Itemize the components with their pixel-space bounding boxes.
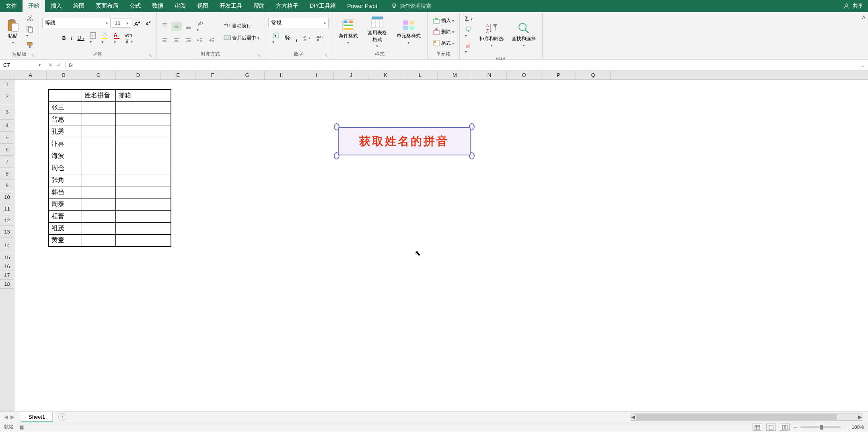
align-middle-button[interactable] bbox=[171, 22, 182, 31]
table-cell[interactable] bbox=[115, 198, 171, 210]
cells-area[interactable]: 姓名拼音 邮箱 张三普惠孔秀汴喜海波周仓张角韩当周泰程普祖茂黄盖 获取姓名的拼音… bbox=[14, 80, 868, 411]
column-header[interactable]: H bbox=[265, 71, 299, 79]
table-cell[interactable] bbox=[82, 162, 115, 174]
table-cell[interactable] bbox=[115, 186, 171, 198]
table-cell[interactable]: 汴喜 bbox=[49, 138, 82, 150]
column-header[interactable]: G bbox=[230, 71, 265, 79]
tab-home[interactable]: 开始 bbox=[23, 0, 45, 12]
tab-fangfang[interactable]: 方方格子 bbox=[270, 0, 304, 12]
column-header[interactable]: K bbox=[368, 71, 403, 79]
macro-record-icon[interactable]: ▦ bbox=[19, 424, 24, 430]
table-cell[interactable] bbox=[115, 162, 171, 174]
row-header[interactable]: 11 bbox=[0, 203, 14, 215]
tell-me-search[interactable]: 操作说明搜索 bbox=[391, 2, 431, 10]
row-header[interactable]: 3 bbox=[0, 104, 14, 120]
tab-dev[interactable]: 开发工具 bbox=[214, 0, 248, 12]
column-header[interactable]: Q bbox=[576, 71, 611, 79]
table-cell[interactable] bbox=[82, 234, 115, 246]
format-painter-button[interactable] bbox=[24, 40, 35, 50]
column-header[interactable]: L bbox=[403, 71, 438, 79]
increase-font-button[interactable]: A▴ bbox=[132, 18, 142, 28]
copy-button[interactable]: ▾ bbox=[24, 24, 35, 39]
scroll-thumb[interactable] bbox=[636, 414, 837, 420]
orientation-button[interactable]: ab ▾ bbox=[195, 19, 205, 33]
wrap-text-button[interactable]: ab自动换行 bbox=[222, 21, 261, 31]
row-header[interactable]: 9 bbox=[0, 180, 14, 191]
table-cell[interactable]: 海波 bbox=[49, 150, 82, 162]
row-header[interactable]: 2 bbox=[0, 89, 14, 104]
row-header[interactable]: 18 bbox=[0, 280, 14, 289]
table-cell[interactable]: 张角 bbox=[49, 174, 82, 186]
decrease-indent-button[interactable] bbox=[195, 36, 205, 45]
sheet-tab[interactable]: Sheet1 bbox=[21, 412, 53, 422]
font-launcher[interactable]: ⤡ bbox=[149, 53, 152, 58]
align-bottom-button[interactable] bbox=[183, 22, 193, 31]
tab-formulas[interactable]: 公式 bbox=[124, 0, 146, 12]
paste-button[interactable]: 粘贴 ▾ bbox=[3, 17, 23, 46]
comma-button[interactable]: , bbox=[294, 33, 300, 44]
zoom-out-button[interactable]: − bbox=[794, 424, 796, 430]
number-format-combo[interactable]: 常规▾ bbox=[268, 18, 329, 28]
column-header[interactable]: C bbox=[81, 71, 116, 79]
align-right-button[interactable] bbox=[183, 36, 193, 45]
table-cell[interactable] bbox=[115, 222, 171, 234]
column-header[interactable]: M bbox=[438, 71, 472, 79]
sort-filter-button[interactable]: AZ 排序和筛选▾ bbox=[476, 20, 507, 49]
increase-indent-button[interactable] bbox=[206, 36, 217, 45]
column-header[interactable]: E bbox=[161, 71, 195, 79]
table-cell[interactable] bbox=[82, 174, 115, 186]
clear-button[interactable]: ▾ bbox=[463, 41, 475, 56]
formula-input[interactable] bbox=[76, 60, 857, 70]
decrease-font-button[interactable]: A▾ bbox=[144, 19, 152, 27]
add-sheet-button[interactable]: + bbox=[58, 413, 66, 421]
autosum-button[interactable]: Σ ▾ bbox=[463, 14, 475, 23]
table-cell[interactable] bbox=[82, 101, 115, 114]
align-top-button[interactable] bbox=[160, 22, 170, 31]
table-cell[interactable] bbox=[115, 150, 171, 162]
table-cell[interactable] bbox=[115, 174, 171, 186]
increase-decimal-button[interactable]: .0.00 bbox=[301, 33, 313, 43]
table-cell[interactable] bbox=[115, 126, 171, 138]
conditional-format-button[interactable]: 条件格式▾ bbox=[335, 17, 361, 46]
underline-button[interactable]: U ▾ bbox=[76, 34, 86, 42]
fx-icon[interactable]: fx bbox=[66, 62, 76, 68]
merge-center-button[interactable]: 合并后居中 ▾ bbox=[222, 33, 261, 43]
fill-color-button[interactable]: ▾ bbox=[99, 31, 111, 46]
table-cell[interactable]: 张三 bbox=[49, 101, 82, 114]
table-cell[interactable] bbox=[115, 138, 171, 150]
normal-view-button[interactable] bbox=[753, 424, 762, 431]
zoom-slider[interactable] bbox=[800, 426, 841, 428]
table-cell[interactable] bbox=[82, 222, 115, 234]
row-header[interactable]: 14 bbox=[0, 238, 14, 253]
column-header[interactable]: A bbox=[14, 71, 47, 79]
table-cell[interactable]: 韩当 bbox=[49, 186, 82, 198]
table-cell[interactable] bbox=[82, 150, 115, 162]
column-header[interactable]: J bbox=[334, 71, 368, 79]
row-header[interactable]: 4 bbox=[0, 120, 14, 132]
scroll-right-button[interactable]: ▶ bbox=[857, 414, 863, 420]
table-cell[interactable] bbox=[115, 101, 171, 114]
insert-cells-button[interactable]: 插入 ▾ bbox=[431, 16, 456, 25]
row-header[interactable]: 7 bbox=[0, 156, 14, 168]
page-layout-view-button[interactable] bbox=[766, 424, 776, 431]
tab-help[interactable]: 帮助 bbox=[248, 0, 270, 12]
currency-button[interactable]: ¥ ▾ bbox=[270, 31, 282, 46]
scroll-left-button[interactable]: ◀ bbox=[630, 414, 636, 420]
name-box[interactable]: C7▾ bbox=[0, 60, 44, 70]
table-cell[interactable] bbox=[82, 210, 115, 222]
find-select-button[interactable]: 查找和选择▾ bbox=[508, 20, 539, 49]
accept-formula-button[interactable]: ✓ bbox=[57, 62, 61, 68]
table-cell[interactable] bbox=[82, 186, 115, 198]
table-cell[interactable] bbox=[115, 114, 171, 126]
format-table-button[interactable]: 套用表格格式▾ bbox=[363, 14, 392, 50]
font-size-combo[interactable]: 11▾ bbox=[112, 19, 131, 28]
table-cell[interactable] bbox=[115, 234, 171, 246]
tab-powerpivot[interactable]: Power Pivot bbox=[341, 0, 383, 12]
number-launcher[interactable]: ⤡ bbox=[325, 53, 328, 58]
phonetic-button[interactable]: wén文 ▾ bbox=[123, 31, 135, 46]
zoom-in-button[interactable]: + bbox=[845, 424, 847, 430]
horizontal-scrollbar[interactable]: ◀ ▶ bbox=[630, 413, 863, 421]
table-cell[interactable]: 孔秀 bbox=[49, 126, 82, 138]
row-header[interactable]: 13 bbox=[0, 226, 14, 238]
font-name-combo[interactable]: 等线▾ bbox=[42, 18, 111, 28]
